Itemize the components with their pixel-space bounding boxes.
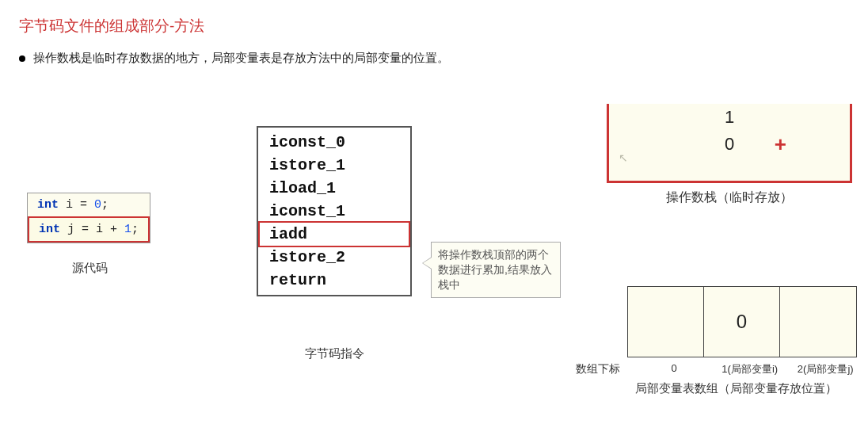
source-caption: 源代码 <box>27 246 152 276</box>
bytecode-caption: 字节码指令 <box>257 335 412 361</box>
bytecode-line: iconst_0 <box>260 131 409 154</box>
plus-icon: + <box>775 132 786 157</box>
operand-stack-box: 1 0 + ↖ <box>607 104 852 183</box>
bullet-icon <box>19 55 25 62</box>
lvt-index: 2(局部变量j) <box>787 362 863 376</box>
bytecode-box: iconst_0 istore_1 iload_1 iconst_1 iadd … <box>257 126 412 296</box>
keyword-int: int <box>37 198 59 212</box>
description-text: 操作数栈是临时存放数据的地方，局部变量表是存放方法中的局部变量的位置。 <box>33 51 449 66</box>
lvt-index-row: 数组下标 0 1(局部变量i) 2(局部变量j) <box>534 362 863 376</box>
bytecode-line-highlighted: iadd <box>258 221 410 247</box>
local-var-table: 0 <box>627 286 857 357</box>
source-line-2-highlighted: int j = i + 1; <box>28 216 150 243</box>
lvt-cell: 0 <box>704 287 780 357</box>
lvt-index: 1(局部变量i) <box>712 362 788 376</box>
source-line-1: int i = 0; <box>28 193 150 216</box>
lvt-cell <box>628 287 704 357</box>
bytecode-line: return <box>260 269 409 292</box>
lvt-index-label: 数组下标 <box>534 362 636 376</box>
bytecode-line: istore_1 <box>260 154 409 177</box>
lvt-cell <box>780 287 856 357</box>
page-title: 字节码文件的组成部分-方法 <box>19 16 849 36</box>
tooltip-callout: 将操作数栈顶部的两个数据进行累加,结果放入栈中 <box>431 242 561 298</box>
operand-stack-caption: 操作数栈（临时存放） <box>607 189 852 206</box>
bytecode-line: iload_1 <box>260 177 409 200</box>
bytecode-line: istore_2 <box>260 246 409 269</box>
description-bullet: 操作数栈是临时存放数据的地方，局部变量表是存放方法中的局部变量的位置。 <box>19 51 849 66</box>
bytecode-line: iconst_1 <box>260 200 409 223</box>
diagram-area: int i = 0; int j = i + 1; 源代码 iconst_0 i… <box>19 104 849 437</box>
lvt-index: 0 <box>636 362 712 374</box>
stack-item: 0 <box>609 131 850 158</box>
keyword-int: int <box>39 223 60 236</box>
cursor-icon: ↖ <box>619 151 628 164</box>
stack-item: 1 <box>609 104 850 131</box>
lvt-caption: 局部变量表数组（局部变量存放位置） <box>605 381 866 396</box>
source-code-box: int i = 0; int j = i + 1; <box>27 193 150 243</box>
